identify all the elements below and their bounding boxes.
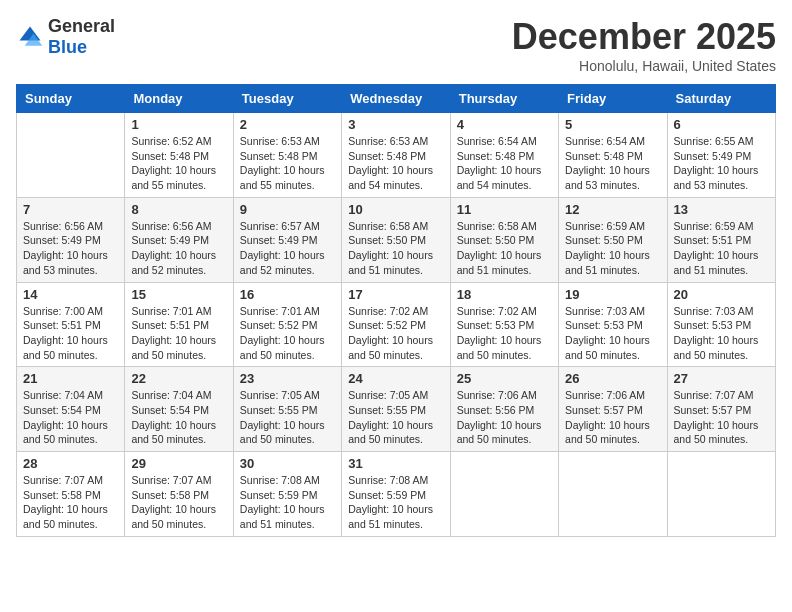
calendar-week-row: 14Sunrise: 7:00 AM Sunset: 5:51 PM Dayli… <box>17 282 776 367</box>
weekday-header: Friday <box>559 85 667 113</box>
day-number: 17 <box>348 287 443 302</box>
day-info: Sunrise: 6:59 AM Sunset: 5:50 PM Dayligh… <box>565 219 660 278</box>
calendar-cell: 24Sunrise: 7:05 AM Sunset: 5:55 PM Dayli… <box>342 367 450 452</box>
calendar-cell: 28Sunrise: 7:07 AM Sunset: 5:58 PM Dayli… <box>17 452 125 537</box>
calendar-cell: 23Sunrise: 7:05 AM Sunset: 5:55 PM Dayli… <box>233 367 341 452</box>
day-number: 20 <box>674 287 769 302</box>
day-info: Sunrise: 7:05 AM Sunset: 5:55 PM Dayligh… <box>240 388 335 447</box>
calendar-cell: 13Sunrise: 6:59 AM Sunset: 5:51 PM Dayli… <box>667 197 775 282</box>
day-info: Sunrise: 7:05 AM Sunset: 5:55 PM Dayligh… <box>348 388 443 447</box>
calendar-cell: 2Sunrise: 6:53 AM Sunset: 5:48 PM Daylig… <box>233 113 341 198</box>
calendar-week-row: 21Sunrise: 7:04 AM Sunset: 5:54 PM Dayli… <box>17 367 776 452</box>
calendar-cell: 11Sunrise: 6:58 AM Sunset: 5:50 PM Dayli… <box>450 197 558 282</box>
weekday-header: Sunday <box>17 85 125 113</box>
day-info: Sunrise: 7:08 AM Sunset: 5:59 PM Dayligh… <box>240 473 335 532</box>
day-info: Sunrise: 6:53 AM Sunset: 5:48 PM Dayligh… <box>240 134 335 193</box>
calendar-table: SundayMondayTuesdayWednesdayThursdayFrid… <box>16 84 776 537</box>
day-number: 19 <box>565 287 660 302</box>
day-info: Sunrise: 6:55 AM Sunset: 5:49 PM Dayligh… <box>674 134 769 193</box>
day-info: Sunrise: 6:54 AM Sunset: 5:48 PM Dayligh… <box>457 134 552 193</box>
day-info: Sunrise: 7:08 AM Sunset: 5:59 PM Dayligh… <box>348 473 443 532</box>
calendar-cell: 15Sunrise: 7:01 AM Sunset: 5:51 PM Dayli… <box>125 282 233 367</box>
day-number: 25 <box>457 371 552 386</box>
month-title: December 2025 <box>512 16 776 58</box>
calendar-cell: 18Sunrise: 7:02 AM Sunset: 5:53 PM Dayli… <box>450 282 558 367</box>
weekday-header: Saturday <box>667 85 775 113</box>
day-info: Sunrise: 6:58 AM Sunset: 5:50 PM Dayligh… <box>348 219 443 278</box>
calendar-cell: 8Sunrise: 6:56 AM Sunset: 5:49 PM Daylig… <box>125 197 233 282</box>
day-number: 15 <box>131 287 226 302</box>
day-number: 3 <box>348 117 443 132</box>
day-number: 13 <box>674 202 769 217</box>
day-info: Sunrise: 7:07 AM Sunset: 5:58 PM Dayligh… <box>131 473 226 532</box>
logo-general: General <box>48 16 115 36</box>
day-info: Sunrise: 6:59 AM Sunset: 5:51 PM Dayligh… <box>674 219 769 278</box>
calendar-cell: 12Sunrise: 6:59 AM Sunset: 5:50 PM Dayli… <box>559 197 667 282</box>
calendar-cell <box>667 452 775 537</box>
day-info: Sunrise: 6:52 AM Sunset: 5:48 PM Dayligh… <box>131 134 226 193</box>
calendar-cell: 20Sunrise: 7:03 AM Sunset: 5:53 PM Dayli… <box>667 282 775 367</box>
day-number: 4 <box>457 117 552 132</box>
calendar-cell: 14Sunrise: 7:00 AM Sunset: 5:51 PM Dayli… <box>17 282 125 367</box>
calendar-cell: 31Sunrise: 7:08 AM Sunset: 5:59 PM Dayli… <box>342 452 450 537</box>
day-number: 22 <box>131 371 226 386</box>
calendar-cell: 26Sunrise: 7:06 AM Sunset: 5:57 PM Dayli… <box>559 367 667 452</box>
day-info: Sunrise: 6:56 AM Sunset: 5:49 PM Dayligh… <box>131 219 226 278</box>
day-info: Sunrise: 7:04 AM Sunset: 5:54 PM Dayligh… <box>131 388 226 447</box>
day-info: Sunrise: 6:57 AM Sunset: 5:49 PM Dayligh… <box>240 219 335 278</box>
day-number: 30 <box>240 456 335 471</box>
day-number: 21 <box>23 371 118 386</box>
calendar-cell: 22Sunrise: 7:04 AM Sunset: 5:54 PM Dayli… <box>125 367 233 452</box>
day-number: 31 <box>348 456 443 471</box>
day-info: Sunrise: 7:03 AM Sunset: 5:53 PM Dayligh… <box>565 304 660 363</box>
day-number: 6 <box>674 117 769 132</box>
day-number: 16 <box>240 287 335 302</box>
day-number: 2 <box>240 117 335 132</box>
weekday-header: Monday <box>125 85 233 113</box>
calendar-cell: 21Sunrise: 7:04 AM Sunset: 5:54 PM Dayli… <box>17 367 125 452</box>
weekday-header: Wednesday <box>342 85 450 113</box>
day-number: 5 <box>565 117 660 132</box>
weekday-header: Thursday <box>450 85 558 113</box>
calendar-cell: 27Sunrise: 7:07 AM Sunset: 5:57 PM Dayli… <box>667 367 775 452</box>
day-info: Sunrise: 6:56 AM Sunset: 5:49 PM Dayligh… <box>23 219 118 278</box>
day-number: 12 <box>565 202 660 217</box>
calendar-cell: 19Sunrise: 7:03 AM Sunset: 5:53 PM Dayli… <box>559 282 667 367</box>
day-number: 7 <box>23 202 118 217</box>
day-number: 29 <box>131 456 226 471</box>
day-number: 28 <box>23 456 118 471</box>
day-info: Sunrise: 7:02 AM Sunset: 5:52 PM Dayligh… <box>348 304 443 363</box>
weekday-header: Tuesday <box>233 85 341 113</box>
logo-blue: Blue <box>48 37 87 57</box>
logo-text: General Blue <box>48 16 115 58</box>
day-info: Sunrise: 7:07 AM Sunset: 5:58 PM Dayligh… <box>23 473 118 532</box>
calendar-cell <box>17 113 125 198</box>
calendar-cell: 4Sunrise: 6:54 AM Sunset: 5:48 PM Daylig… <box>450 113 558 198</box>
day-info: Sunrise: 7:06 AM Sunset: 5:56 PM Dayligh… <box>457 388 552 447</box>
day-info: Sunrise: 7:01 AM Sunset: 5:52 PM Dayligh… <box>240 304 335 363</box>
day-info: Sunrise: 7:03 AM Sunset: 5:53 PM Dayligh… <box>674 304 769 363</box>
calendar-cell: 7Sunrise: 6:56 AM Sunset: 5:49 PM Daylig… <box>17 197 125 282</box>
day-number: 26 <box>565 371 660 386</box>
calendar-cell: 3Sunrise: 6:53 AM Sunset: 5:48 PM Daylig… <box>342 113 450 198</box>
calendar-cell <box>559 452 667 537</box>
day-number: 23 <box>240 371 335 386</box>
day-info: Sunrise: 6:58 AM Sunset: 5:50 PM Dayligh… <box>457 219 552 278</box>
day-number: 27 <box>674 371 769 386</box>
day-info: Sunrise: 7:04 AM Sunset: 5:54 PM Dayligh… <box>23 388 118 447</box>
subtitle: Honolulu, Hawaii, United States <box>512 58 776 74</box>
day-number: 9 <box>240 202 335 217</box>
logo: General Blue <box>16 16 115 58</box>
day-number: 14 <box>23 287 118 302</box>
day-number: 11 <box>457 202 552 217</box>
calendar-cell: 10Sunrise: 6:58 AM Sunset: 5:50 PM Dayli… <box>342 197 450 282</box>
day-info: Sunrise: 7:07 AM Sunset: 5:57 PM Dayligh… <box>674 388 769 447</box>
calendar-cell: 16Sunrise: 7:01 AM Sunset: 5:52 PM Dayli… <box>233 282 341 367</box>
day-number: 24 <box>348 371 443 386</box>
day-info: Sunrise: 7:06 AM Sunset: 5:57 PM Dayligh… <box>565 388 660 447</box>
calendar-cell: 17Sunrise: 7:02 AM Sunset: 5:52 PM Dayli… <box>342 282 450 367</box>
day-number: 1 <box>131 117 226 132</box>
title-block: December 2025 Honolulu, Hawaii, United S… <box>512 16 776 74</box>
calendar-cell: 29Sunrise: 7:07 AM Sunset: 5:58 PM Dayli… <box>125 452 233 537</box>
day-info: Sunrise: 6:54 AM Sunset: 5:48 PM Dayligh… <box>565 134 660 193</box>
